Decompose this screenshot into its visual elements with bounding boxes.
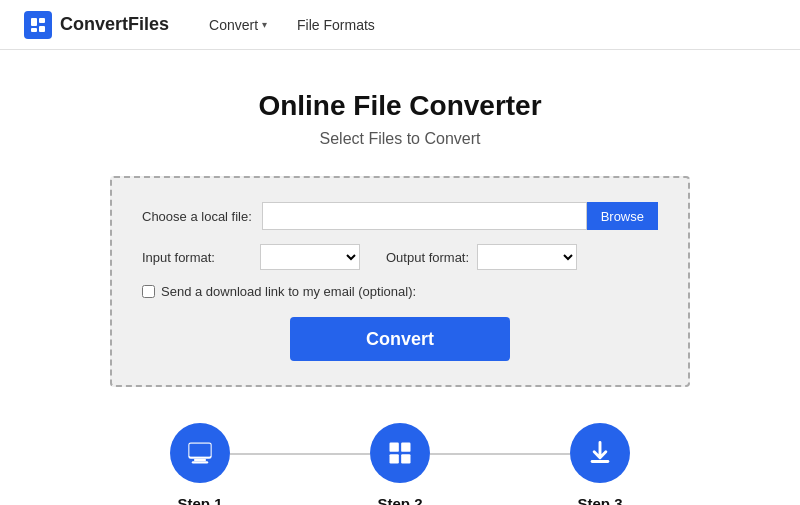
- svg-rect-6: [192, 461, 208, 463]
- format-row: Input format: Output format:: [142, 244, 658, 270]
- step-3-icon: [570, 423, 630, 483]
- converter-box: Choose a local file: Browse Input format…: [110, 176, 690, 387]
- step-2: Step 2 Choose a destination format. (We …: [300, 423, 500, 505]
- step-1: Step 1 Select a file from your computer: [100, 423, 300, 505]
- email-checkbox-label: Send a download link to my email (option…: [161, 284, 416, 299]
- output-format-group: Output format:: [386, 244, 577, 270]
- navbar: ConvertFiles Convert ▾ File Formats: [0, 0, 800, 50]
- main-content: Online File Converter Select Files to Co…: [0, 50, 800, 505]
- svg-rect-11: [390, 454, 399, 463]
- page-title: Online File Converter: [258, 90, 541, 122]
- email-checkbox-row: Send a download link to my email (option…: [142, 284, 658, 299]
- step-2-icon: [370, 423, 430, 483]
- nav-file-formats[interactable]: File Formats: [297, 17, 375, 33]
- logo: ConvertFiles: [24, 11, 169, 39]
- chevron-down-icon: ▾: [262, 19, 267, 30]
- file-input-group: Browse: [262, 202, 658, 230]
- step-3-label: Step 3: [577, 495, 622, 505]
- svg-rect-10: [401, 443, 410, 452]
- local-file-label: Choose a local file:: [142, 209, 252, 224]
- output-format-label: Output format:: [386, 250, 469, 265]
- svg-rect-8: [190, 444, 211, 457]
- step-2-label: Step 2: [377, 495, 422, 505]
- navbar-links: Convert ▾ File Formats: [209, 17, 375, 33]
- input-format-group: Input format:: [142, 244, 360, 270]
- file-text-input[interactable]: [262, 202, 587, 230]
- nav-convert[interactable]: Convert ▾: [209, 17, 267, 33]
- svg-rect-5: [194, 459, 206, 461]
- svg-rect-1: [39, 18, 45, 23]
- file-input-row: Choose a local file: Browse: [142, 202, 658, 230]
- svg-rect-9: [390, 443, 399, 452]
- step-3: Step 3 Download your converted file imme…: [500, 423, 700, 505]
- browse-button[interactable]: Browse: [587, 202, 658, 230]
- output-format-select[interactable]: [477, 244, 577, 270]
- logo-text: ConvertFiles: [60, 14, 169, 35]
- convert-button[interactable]: Convert: [290, 317, 510, 361]
- svg-rect-0: [31, 18, 37, 26]
- page-subtitle: Select Files to Convert: [320, 130, 481, 148]
- email-checkbox[interactable]: [142, 285, 155, 298]
- steps-section: Step 1 Select a file from your computer …: [100, 423, 700, 505]
- step-1-icon: [170, 423, 230, 483]
- svg-rect-2: [39, 26, 45, 32]
- input-format-label: Input format:: [142, 250, 252, 265]
- svg-rect-13: [591, 460, 610, 463]
- step-1-label: Step 1: [177, 495, 222, 505]
- input-format-select[interactable]: [260, 244, 360, 270]
- svg-rect-12: [401, 454, 410, 463]
- svg-rect-3: [31, 28, 37, 32]
- logo-icon: [24, 11, 52, 39]
